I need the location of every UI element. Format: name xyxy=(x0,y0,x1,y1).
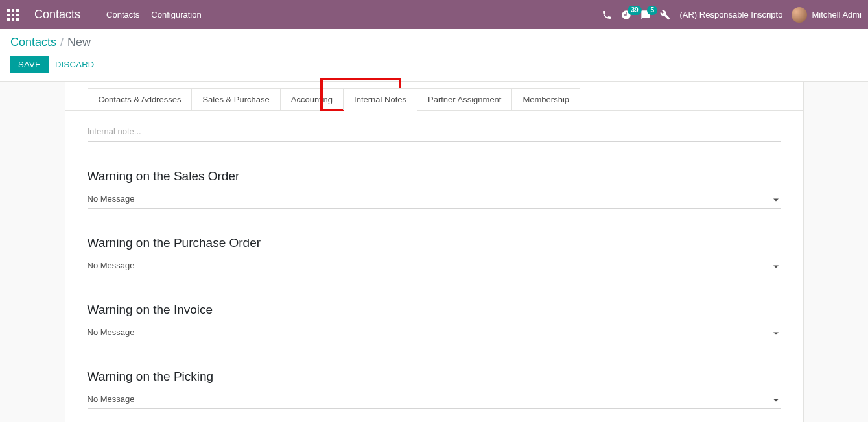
phone-icon[interactable] xyxy=(602,10,612,20)
company-name[interactable]: (AR) Responsable Inscripto xyxy=(679,10,782,19)
svg-rect-1 xyxy=(12,9,14,12)
select-value: No Message xyxy=(88,194,135,204)
section-warning-picking: Warning on the Picking No Message xyxy=(88,369,781,409)
section-title: Warning on the Invoice xyxy=(88,303,781,317)
debug-icon[interactable] xyxy=(660,10,670,20)
section-title: Warning on the Sales Order xyxy=(88,169,781,183)
avatar xyxy=(792,7,807,23)
select-value: No Message xyxy=(88,261,135,270)
topbar: Contacts Contacts Configuration 39 5 (AR… xyxy=(0,0,868,29)
messages-badge: 5 xyxy=(647,6,657,15)
svg-rect-7 xyxy=(12,18,14,21)
chevron-down-icon xyxy=(773,194,779,205)
svg-rect-5 xyxy=(16,14,19,16)
chevron-down-icon xyxy=(773,394,779,406)
nav-configuration[interactable]: Configuration xyxy=(151,10,201,19)
control-panel: Contacts / New Save Discard xyxy=(0,29,868,82)
messages-icon[interactable]: 5 xyxy=(640,10,651,20)
activity-icon[interactable]: 39 xyxy=(621,10,631,20)
button-row: Save Discard xyxy=(10,56,858,73)
select-value: No Message xyxy=(88,327,135,337)
breadcrumb-root[interactable]: Contacts xyxy=(10,36,56,49)
tab-internal-notes[interactable]: Internal Notes xyxy=(343,88,417,110)
warning-purchase-order-select[interactable]: No Message xyxy=(88,257,781,275)
tab-accounting[interactable]: Accounting xyxy=(280,88,344,110)
breadcrumb-sep: / xyxy=(60,36,64,49)
section-warning-invoice: Warning on the Invoice No Message xyxy=(88,303,781,342)
section-warning-purchase-order: Warning on the Purchase Order No Message xyxy=(88,236,781,275)
tab-panel-internal-notes: Warning on the Sales Order No Message Wa… xyxy=(65,111,803,422)
svg-rect-8 xyxy=(16,18,19,21)
warning-invoice-select[interactable]: No Message xyxy=(88,323,781,342)
svg-rect-2 xyxy=(16,9,19,12)
breadcrumb-current: New xyxy=(67,36,91,49)
svg-rect-6 xyxy=(7,18,10,21)
section-title: Warning on the Purchase Order xyxy=(88,236,781,250)
user-menu[interactable]: Mitchell Admi xyxy=(792,7,862,23)
chevron-down-icon xyxy=(773,261,779,272)
nav-contacts[interactable]: Contacts xyxy=(106,10,139,19)
section-title: Warning on the Picking xyxy=(88,369,781,384)
svg-rect-4 xyxy=(12,14,14,16)
internal-note-input[interactable] xyxy=(88,123,781,142)
save-button[interactable]: Save xyxy=(10,56,49,73)
svg-rect-0 xyxy=(7,9,10,12)
warning-picking-select[interactable]: No Message xyxy=(88,390,781,409)
top-nav: Contacts Configuration xyxy=(93,10,202,19)
discard-button[interactable]: Discard xyxy=(55,60,95,69)
app-title[interactable]: Contacts xyxy=(26,8,93,21)
activity-badge: 39 xyxy=(628,6,641,15)
user-name: Mitchell Admi xyxy=(812,10,862,19)
section-warning-sales-order: Warning on the Sales Order No Message xyxy=(88,169,781,209)
topbar-right: 39 5 (AR) Responsable Inscripto Mitchell… xyxy=(602,7,862,23)
form-sheet: Contacts & Addresses Sales & Purchase Ac… xyxy=(65,82,804,422)
chevron-down-icon xyxy=(773,327,779,339)
tab-contacts-addresses[interactable]: Contacts & Addresses xyxy=(88,88,193,110)
select-value: No Message xyxy=(88,394,135,404)
tab-sales-purchase[interactable]: Sales & Purchase xyxy=(191,88,280,110)
tab-partner-assignment[interactable]: Partner Assignment xyxy=(417,88,512,110)
breadcrumb: Contacts / New xyxy=(10,36,858,49)
tab-membership[interactable]: Membership xyxy=(511,88,580,110)
svg-rect-3 xyxy=(7,14,10,16)
warning-sales-order-select[interactable]: No Message xyxy=(88,190,781,209)
apps-menu-icon[interactable] xyxy=(0,0,26,29)
tabs: Contacts & Addresses Sales & Purchase Ac… xyxy=(65,82,803,111)
